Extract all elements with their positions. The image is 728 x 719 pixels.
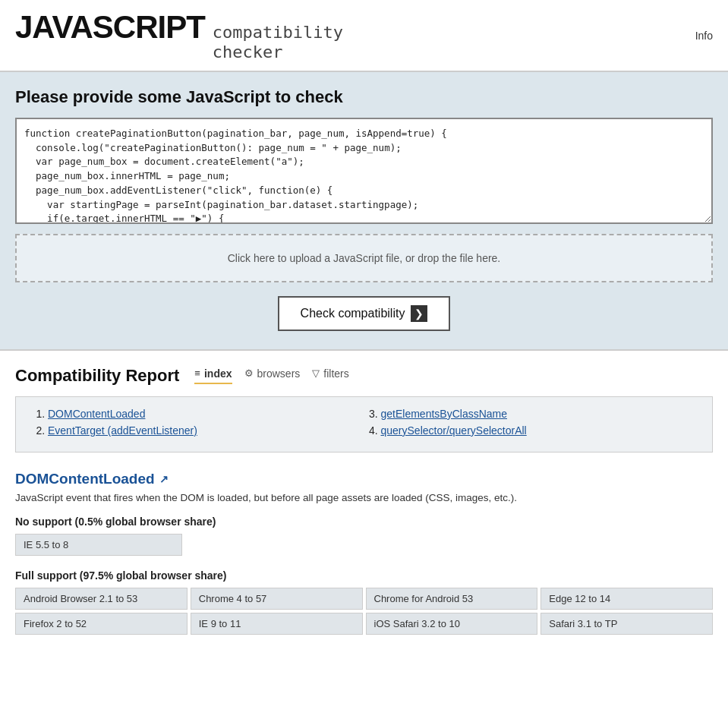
tab-index-label: index <box>204 367 232 380</box>
input-section: Please provide some JavaScript to check … <box>0 72 728 351</box>
index-link-domcontentloaded[interactable]: DOMContentLoaded <box>48 408 145 420</box>
tab-browsers-icon: ⚙ <box>244 367 254 379</box>
app-title-sub: compatibility checker <box>213 23 343 63</box>
browser-tag-safari: Safari 3.1 to TP <box>540 613 713 635</box>
app-title-main: JAVASCRIPT <box>15 9 205 46</box>
index-link-queryselector[interactable]: querySelector/querySelectorAll <box>381 424 527 437</box>
index-item-3: getElementsByClassName <box>381 408 698 420</box>
check-btn-arrow-icon: ❯ <box>411 305 427 322</box>
index-col-1: DOMContentLoaded EventTarget (addEventLi… <box>31 408 364 441</box>
drop-zone-label: Click here to upload a JavaScript file, … <box>228 252 501 264</box>
info-link[interactable]: Info <box>695 30 713 42</box>
browser-tag-chrome-android: Chrome for Android 53 <box>366 588 538 610</box>
tab-filters-label: filters <box>323 367 348 380</box>
report-section: Compatibility Report ≡ index ⚙ browsers … <box>0 351 728 453</box>
full-support-group: Full support (97.5% global browser share… <box>15 569 713 635</box>
index-link-getelements[interactable]: getElementsByClassName <box>381 408 508 420</box>
tab-browsers[interactable]: ⚙ browsers <box>244 367 301 384</box>
tab-filters[interactable]: ▽ filters <box>312 367 348 384</box>
index-item-1: DOMContentLoaded <box>48 408 364 420</box>
tab-browsers-label: browsers <box>257 367 301 380</box>
feature-title-text: DOMContentLoaded <box>15 471 155 487</box>
report-header: Compatibility Report ≡ index ⚙ browsers … <box>15 366 713 386</box>
code-input[interactable] <box>15 118 713 224</box>
index-link-eventtarget[interactable]: EventTarget (addEventListener) <box>48 424 197 437</box>
input-heading: Please provide some JavaScript to check <box>15 87 713 107</box>
index-item-2: EventTarget (addEventListener) <box>48 424 364 437</box>
no-support-title: No support (0.5% global browser share) <box>15 516 713 528</box>
check-btn-wrapper: Check compatibility ❯ <box>15 296 713 331</box>
browser-tag-edge: Edge 12 to 14 <box>540 588 713 610</box>
browser-tag-android: Android Browser 2.1 to 53 <box>15 588 188 610</box>
browser-tag-ios-safari: iOS Safari 3.2 to 10 <box>366 613 538 635</box>
feature-domcontentloaded: DOMContentLoaded ↗ JavaScript event that… <box>0 471 728 664</box>
page-header: JAVASCRIPT compatibility checker Info <box>0 0 728 72</box>
tab-index-icon: ≡ <box>194 367 200 379</box>
check-compatibility-button[interactable]: Check compatibility ❯ <box>278 296 451 331</box>
browser-tag-chrome: Chrome 4 to 57 <box>191 588 363 610</box>
full-support-title: Full support (97.5% global browser share… <box>15 569 713 582</box>
index-columns: DOMContentLoaded EventTarget (addEventLi… <box>31 408 697 441</box>
tab-filters-icon: ▽ <box>312 367 320 379</box>
feature-description: JavaScript event that fires when the DOM… <box>15 492 713 503</box>
index-col-2: getElementsByClassName querySelector/que… <box>364 408 698 441</box>
external-link-icon[interactable]: ↗ <box>159 473 169 485</box>
tab-index[interactable]: ≡ index <box>194 367 232 384</box>
browser-tag-firefox: Firefox 2 to 52 <box>15 613 188 635</box>
report-title: Compatibility Report <box>15 366 179 386</box>
no-support-group: No support (0.5% global browser share) I… <box>15 516 713 556</box>
index-box: DOMContentLoaded EventTarget (addEventLi… <box>15 396 713 453</box>
index-item-4: querySelector/querySelectorAll <box>381 424 698 437</box>
report-tabs: ≡ index ⚙ browsers ▽ filters <box>194 367 348 384</box>
header-title-group: JAVASCRIPT compatibility checker <box>15 9 343 63</box>
file-drop-zone[interactable]: Click here to upload a JavaScript file, … <box>15 234 713 282</box>
browser-tag-ie9-11: IE 9 to 11 <box>191 613 363 635</box>
check-btn-label: Check compatibility <box>301 307 405 320</box>
browser-tag-ie5-8: IE 5.5 to 8 <box>15 534 182 556</box>
feature-title: DOMContentLoaded ↗ <box>15 471 713 487</box>
full-support-browser-grid: Android Browser 2.1 to 53 Chrome 4 to 57… <box>15 588 713 635</box>
no-support-browser-grid: IE 5.5 to 8 <box>15 534 713 556</box>
